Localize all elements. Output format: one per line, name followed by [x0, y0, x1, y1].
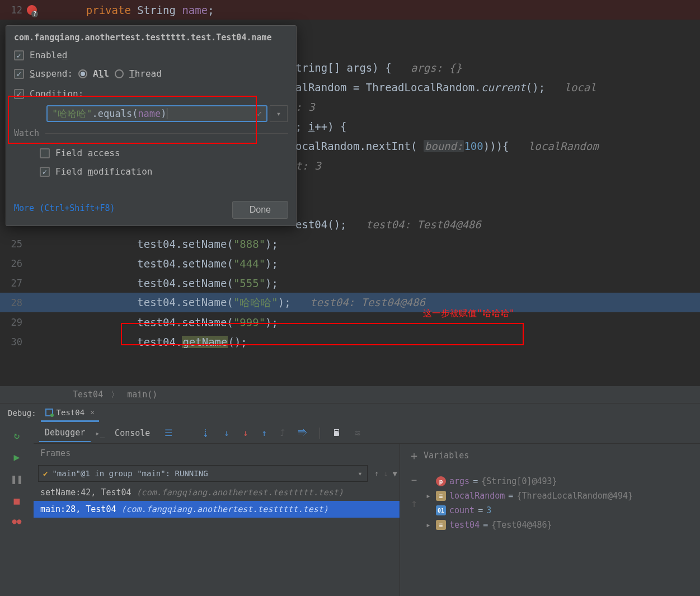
- var-value: {String[0]@493}: [481, 476, 557, 486]
- line-number: 27: [0, 278, 27, 289]
- thread-selector[interactable]: ✔ "main"@1 in group "main": RUNNING ▾: [38, 465, 368, 482]
- code-text[interactable]: test04.setName("555");: [60, 277, 700, 289]
- remove-watch-button[interactable]: －: [408, 472, 420, 487]
- field-mod-label: Field modification: [55, 166, 152, 177]
- var-type-icon: ≡: [436, 520, 446, 530]
- tab-debugger[interactable]: Debugger: [39, 424, 91, 442]
- var-name: test04: [449, 520, 480, 530]
- condition-dropdown[interactable]: ▾: [270, 105, 288, 122]
- threads-icon[interactable]: ☰: [160, 425, 177, 440]
- expand-arrow-icon[interactable]: ▸: [426, 491, 433, 501]
- step-over-icon[interactable]: ⭭: [197, 425, 215, 440]
- condition-label: Condition:: [30, 88, 83, 99]
- radio-thread[interactable]: [115, 69, 124, 78]
- debug-toolbar: Debugger ▸_ Console ☰ ⭭ ↓ ↓ ↑ ⤴ ⭆ 🖩 ≋: [34, 423, 700, 444]
- breakpoint-popup[interactable]: com.fangqiang.anothertest.testtttt.test.…: [6, 25, 297, 226]
- rerun-button[interactable]: ↻: [14, 429, 20, 441]
- breakpoint-gutter[interactable]: [27, 5, 60, 15]
- breakpoints-button[interactable]: ●●: [12, 517, 22, 525]
- expand-icon[interactable]: ⤢: [257, 110, 262, 118]
- filter-icon[interactable]: ▼: [391, 467, 400, 480]
- step-out-icon[interactable]: ↑: [257, 425, 272, 440]
- code-text[interactable]: test04.setName("888");: [60, 238, 700, 250]
- watch-section-label: Watch: [14, 128, 44, 138]
- code-line-25[interactable]: 25 test04.setName("888");: [0, 234, 700, 254]
- debug-sidebar: ↻ ▶ ❚❚ ■ ●●: [0, 423, 34, 596]
- chevron-right-icon: 〉: [111, 389, 119, 400]
- breakpoint-icon[interactable]: [27, 5, 37, 15]
- resume-button[interactable]: ▶: [14, 451, 20, 463]
- code-line-30[interactable]: 30 test04.getName();: [0, 332, 700, 351]
- run-to-cursor-icon[interactable]: ⭆: [294, 425, 312, 440]
- debug-panel: Debug: Test04 ✕ ↻ ▶ ❚❚ ■ ●● Debugger ▸_ …: [0, 403, 700, 596]
- variables-title: Variables: [422, 446, 700, 465]
- breadcrumb-class[interactable]: Test04: [73, 389, 103, 400]
- line-number: 28: [0, 297, 27, 308]
- enabled-row[interactable]: Enabled: [6, 46, 296, 64]
- thread-label: Thread: [129, 68, 162, 79]
- condition-checkbox[interactable]: [14, 89, 24, 99]
- new-watch-button[interactable]: ＋: [408, 448, 420, 463]
- variable-row[interactable]: ▸≡localRandom = {ThreadLocalRandom@494}: [422, 489, 700, 503]
- tab-console[interactable]: Console: [109, 425, 156, 442]
- variable-row[interactable]: ▸≡test04 = {Test04@486}: [422, 518, 700, 532]
- debug-label: Debug:: [8, 409, 36, 417]
- field-mod-checkbox[interactable]: [40, 167, 50, 177]
- drop-frame-icon[interactable]: ⤴: [276, 425, 289, 440]
- var-value: 3: [486, 505, 491, 515]
- breadcrumb[interactable]: Test04 〉 main(): [0, 386, 700, 403]
- frames-title: Frames: [34, 444, 400, 463]
- frame-row[interactable]: setName:42, Test04 (com.fangqiang.anothe…: [34, 484, 400, 501]
- enabled-checkbox[interactable]: [14, 50, 24, 60]
- code-text[interactable]: test04.setName("999");: [60, 316, 700, 328]
- field-access-label: Field access: [55, 148, 120, 158]
- code-text[interactable]: test04.setName("哈哈哈"); test04: Test04@48…: [60, 295, 700, 310]
- annotation-text: 这一步被赋值"哈哈哈": [423, 308, 514, 320]
- line-number: 26: [0, 258, 27, 269]
- code-line-29[interactable]: 29 test04.setName("999");: [0, 312, 700, 332]
- radio-all[interactable]: [78, 69, 87, 78]
- var-type-icon: p: [436, 476, 446, 486]
- variable-row[interactable]: 01count = 3: [422, 503, 700, 518]
- condition-input[interactable]: "哈哈哈".equals(name) ⤢: [46, 105, 267, 122]
- field-mod-row[interactable]: Field modification: [6, 162, 296, 181]
- field-access-checkbox[interactable]: [40, 148, 50, 158]
- field-access-row[interactable]: Field access: [6, 144, 296, 162]
- trace-icon[interactable]: ≋: [350, 425, 365, 440]
- var-value: {Test04@486}: [491, 520, 552, 530]
- var-type-icon: 01: [436, 505, 446, 515]
- pause-button[interactable]: ❚❚: [11, 473, 23, 485]
- chevron-down-icon[interactable]: ▾: [358, 469, 362, 478]
- next-frame-icon[interactable]: ↓: [381, 467, 390, 480]
- breadcrumb-method[interactable]: main(): [127, 389, 157, 400]
- code-text[interactable]: private String name;: [60, 4, 700, 16]
- frames-panel: Frames ✔ "main"@1 in group "main": RUNNI…: [34, 444, 400, 596]
- evaluate-icon[interactable]: 🖩: [328, 425, 346, 440]
- close-icon[interactable]: ✕: [90, 408, 95, 416]
- var-name: count: [449, 505, 475, 515]
- suspend-label: Suspend:: [30, 68, 73, 79]
- frame-row[interactable]: main:28, Test04 (com.fangqiang.anotherte…: [34, 501, 400, 518]
- var-value: {ThreadLocalRandom@494}: [516, 491, 633, 501]
- step-into-icon[interactable]: ↓: [219, 425, 234, 440]
- code-line-12[interactable]: 12 private String name;: [0, 0, 700, 20]
- force-step-into-icon[interactable]: ↓: [238, 425, 253, 440]
- debug-config-tab[interactable]: Test04 ✕: [41, 405, 99, 422]
- code-line-28[interactable]: 28 test04.setName("哈哈哈"); test04: Test04…: [0, 293, 700, 312]
- code-text[interactable]: test04.getName();: [60, 336, 700, 348]
- popup-title: com.fangqiang.anothertest.testtttt.test.…: [6, 32, 296, 46]
- code-text[interactable]: test04.setName("444");: [60, 257, 700, 270]
- expand-arrow-icon[interactable]: ▸: [426, 520, 433, 530]
- line-number: 30: [0, 336, 27, 348]
- suspend-row[interactable]: Suspend: All Thread: [6, 64, 296, 83]
- suspend-checkbox[interactable]: [14, 69, 24, 79]
- up-watch-button[interactable]: ↑: [411, 496, 417, 510]
- prev-frame-icon[interactable]: ↑: [372, 467, 381, 480]
- stop-button[interactable]: ■: [14, 495, 20, 506]
- variables-panel: ＋ － ↑ Variables pargs = {String[0]@493}▸…: [400, 444, 700, 596]
- code-line-27[interactable]: 27 test04.setName("555");: [0, 273, 700, 293]
- variable-row[interactable]: pargs = {String[0]@493}: [422, 474, 700, 489]
- done-button[interactable]: Done: [232, 201, 288, 219]
- code-line-26[interactable]: 26 test04.setName("444");: [0, 254, 700, 273]
- condition-row[interactable]: Condition:: [6, 83, 296, 103]
